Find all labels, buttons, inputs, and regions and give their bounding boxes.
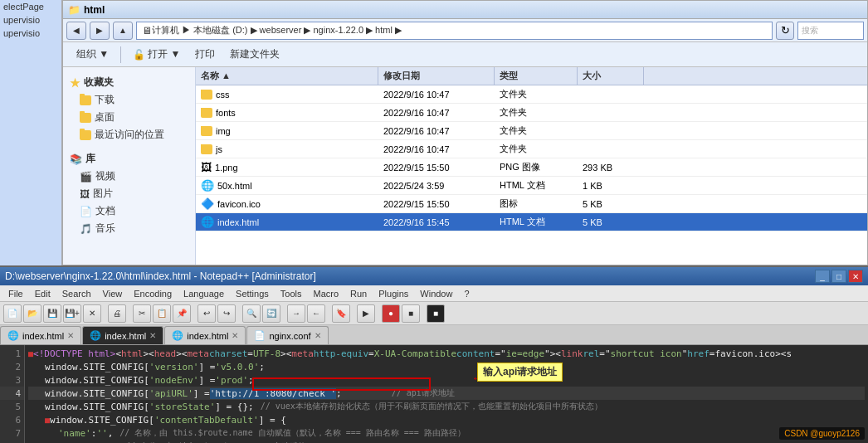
address-path[interactable]: 🖥 计算机 ▶ 本地磁盘 (D:) ▶ webserver ▶ nginx-1.… — [136, 22, 773, 40]
file-name: img — [216, 126, 231, 136]
file-row-1png[interactable]: 🖼1.png 2022/9/15 15:50 PNG 图像 293 KB — [196, 158, 867, 177]
tool-stop[interactable]: ■ — [402, 304, 420, 323]
tab-nginx[interactable]: 📄 nginx.conf ✕ — [246, 326, 328, 344]
file-size: 5 KB — [578, 199, 644, 209]
nav-item-desktop[interactable]: 桌面 — [66, 109, 192, 126]
menu-window[interactable]: Window — [415, 288, 457, 299]
minimize-button[interactable]: _ — [815, 270, 830, 283]
file-name: favicon.ico — [217, 199, 261, 209]
explorer-toolbar: 组织 ▼ 🔓 打开 ▼ 打印 新建文件夹 — [63, 42, 867, 67]
tool-undo[interactable]: ↩ — [197, 304, 216, 323]
tool-unindent[interactable]: ← — [307, 304, 325, 323]
file-row-favicon[interactable]: 🔷favicon.ico 2022/9/15 15:50 图标 5 KB — [196, 195, 867, 213]
tab-close[interactable]: ✕ — [67, 331, 74, 340]
file-row-index[interactable]: 🌐index.html 2022/9/16 15:45 HTML 文档 5 KB — [196, 213, 867, 231]
code-editor[interactable]: 1 2 3 4 5 6 7 8 ■ <!DOCTYPE html> <html>… — [0, 345, 868, 443]
tool-cut[interactable]: ✂ — [133, 304, 151, 323]
col-header-size[interactable]: 大小 — [578, 67, 644, 85]
menu-edit[interactable]: Edit — [30, 288, 56, 299]
menu-search[interactable]: Search — [57, 288, 96, 299]
tool-close[interactable]: ✕ — [83, 304, 101, 323]
tool-replace[interactable]: 🔄 — [262, 304, 280, 323]
tab-index2[interactable]: 🌐 index.html ✕ — [82, 326, 163, 344]
tool-paste[interactable]: 📌 — [173, 304, 191, 323]
menu-tools[interactable]: Tools — [276, 288, 307, 299]
tool-indent[interactable]: → — [287, 304, 305, 323]
col-header-date[interactable]: 修改日期 — [378, 67, 495, 85]
sidebar-item-2[interactable]: upervisio — [0, 13, 61, 27]
favorites-label: 收藏夹 — [84, 75, 114, 90]
menu-settings[interactable]: Settings — [231, 288, 274, 299]
file-row-img[interactable]: img 2022/9/16 10:47 文件夹 — [196, 122, 867, 140]
file-name: fonts — [216, 108, 236, 118]
nav-item-recent[interactable]: 最近访问的位置 — [66, 126, 192, 144]
tool-color[interactable]: ■ — [427, 304, 445, 323]
tool-save[interactable]: 💾 — [43, 304, 61, 323]
nav-item-video[interactable]: 🎬 视频 — [66, 168, 192, 185]
tool-bookmark[interactable]: 🔖 — [332, 304, 350, 323]
refresh-button[interactable]: ↻ — [776, 22, 794, 40]
new-folder-button[interactable]: 新建文件夹 — [223, 45, 286, 64]
tool-new[interactable]: 📄 — [3, 304, 22, 323]
notepad-menu-bar: File Edit Search View Encoding Language … — [0, 285, 868, 302]
print-button[interactable]: 打印 — [188, 45, 222, 64]
menu-file[interactable]: File — [3, 288, 28, 299]
folder-icon — [80, 95, 91, 105]
favorites-section: ★ 收藏夹 下载 桌面 最近访问的位置 — [66, 74, 192, 144]
tab-icon: 🌐 — [90, 330, 101, 341]
file-type: HTML 文档 — [495, 216, 578, 228]
tool-redo[interactable]: ↪ — [217, 304, 236, 323]
favorites-header[interactable]: ★ 收藏夹 — [66, 74, 192, 91]
file-type: 文件夹 — [495, 106, 578, 119]
up-button[interactable]: ▲ — [113, 22, 133, 40]
nav-item-pictures[interactable]: 🖼 图片 — [66, 185, 192, 202]
open-button[interactable]: 🔓 打开 ▼ — [126, 45, 187, 64]
music-label: 音乐 — [95, 222, 115, 236]
maximize-button[interactable]: □ — [831, 270, 846, 283]
tool-print[interactable]: 🖨 — [108, 304, 126, 323]
path-icon: 🖥 — [142, 25, 152, 37]
tool-run[interactable]: ▶ — [357, 304, 375, 323]
file-row-css[interactable]: css 2022/9/16 10:47 文件夹 — [196, 85, 867, 104]
tab-close[interactable]: ✕ — [149, 331, 156, 340]
sidebar-item-1[interactable]: electPage — [0, 0, 61, 13]
organize-button[interactable]: 组织 ▼ — [70, 45, 115, 64]
nav-item-downloads[interactable]: 下载 — [66, 91, 192, 109]
tab-index1[interactable]: 🌐 index.html ✕ — [0, 326, 81, 344]
forward-button[interactable]: ▶ — [90, 22, 110, 40]
nav-item-music[interactable]: 🎵 音乐 — [66, 220, 192, 237]
menu-language[interactable]: Language — [178, 288, 229, 299]
tab-index3[interactable]: 🌐 index.html ✕ — [164, 326, 246, 344]
tab-close[interactable]: ✕ — [315, 331, 321, 340]
annotation-box: 输入api请求地址 — [477, 363, 563, 382]
col-header-name[interactable]: 名称 ▲ — [196, 67, 378, 85]
menu-encoding[interactable]: Encoding — [129, 288, 177, 299]
tool-copy[interactable]: 📋 — [153, 304, 171, 323]
tab-close[interactable]: ✕ — [232, 331, 238, 340]
video-icon: 🎬 — [80, 171, 92, 183]
menu-plugins[interactable]: Plugins — [373, 288, 413, 299]
docs-icon: 📄 — [80, 206, 92, 217]
code-lines[interactable]: ■ <!DOCTYPE html> <html><head><meta char… — [25, 345, 868, 443]
menu-macro[interactable]: Macro — [308, 288, 344, 299]
col-header-type[interactable]: 类型 — [495, 67, 578, 85]
close-button[interactable]: ✕ — [848, 270, 863, 283]
code-line-2: window.SITE_CONFIG['version'] = 'v5.0.0'… — [28, 360, 865, 373]
file-name: index.html — [217, 217, 259, 227]
library-header[interactable]: 📚 库 — [66, 150, 192, 168]
menu-help[interactable]: ? — [459, 288, 474, 299]
tool-saveall[interactable]: 💾+ — [63, 304, 81, 323]
tool-find[interactable]: 🔍 — [242, 304, 261, 323]
nav-item-docs[interactable]: 📄 文档 — [66, 202, 192, 220]
menu-view[interactable]: View — [98, 288, 128, 299]
file-row-50x[interactable]: 🌐50x.html 2022/5/24 3:59 HTML 文档 1 KB — [196, 177, 867, 195]
back-button[interactable]: ◀ — [66, 22, 86, 40]
tool-record[interactable]: ● — [382, 304, 400, 323]
menu-run[interactable]: Run — [345, 288, 372, 299]
sidebar-item-3[interactable]: upervisio — [0, 27, 61, 40]
search-box[interactable]: 搜索 — [797, 22, 864, 40]
file-row-fonts[interactable]: fonts 2022/9/16 10:47 文件夹 — [196, 104, 867, 122]
file-row-js[interactable]: js 2022/9/16 10:47 文件夹 — [196, 140, 867, 158]
pictures-icon: 🖼 — [80, 188, 90, 200]
tool-open[interactable]: 📂 — [23, 304, 41, 323]
